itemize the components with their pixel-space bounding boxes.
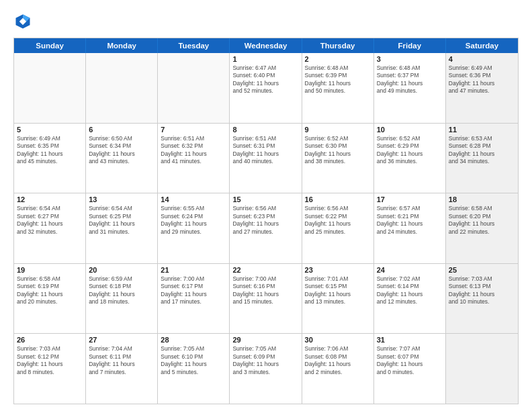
day-info-line: Sunrise: 6:53 AM xyxy=(449,135,515,142)
day-info-line: Daylight: 11 hours xyxy=(89,150,154,158)
calendar-empty-cell xyxy=(86,53,158,123)
day-info-line: Daylight: 11 hours xyxy=(161,220,226,228)
calendar-day-16: 16Sunrise: 6:56 AMSunset: 6:22 PMDayligh… xyxy=(302,193,374,263)
calendar-day-21: 21Sunrise: 7:00 AMSunset: 6:17 PMDayligh… xyxy=(158,264,230,334)
day-info-line: Daylight: 11 hours xyxy=(449,220,515,228)
day-info-line: Sunset: 6:40 PM xyxy=(232,72,298,79)
calendar-week-5: 26Sunrise: 7:03 AMSunset: 6:12 PMDayligh… xyxy=(14,334,518,404)
day-info-line: Sunrise: 6:48 AM xyxy=(377,64,443,72)
day-info-line: and 10 minutes. xyxy=(449,298,515,306)
day-info-line: Sunset: 6:07 PM xyxy=(377,353,443,361)
weekday-header-saturday: Saturday xyxy=(446,38,518,53)
day-info-line: Sunrise: 6:50 AM xyxy=(89,135,154,142)
day-info-line: Sunset: 6:14 PM xyxy=(377,283,443,290)
day-number: 18 xyxy=(449,195,515,203)
day-info-line: Sunset: 6:30 PM xyxy=(305,142,371,150)
calendar-day-11: 11Sunrise: 6:53 AMSunset: 6:28 PMDayligh… xyxy=(446,124,518,193)
calendar-day-1: 1Sunrise: 6:47 AMSunset: 6:40 PMDaylight… xyxy=(230,53,302,123)
calendar-day-3: 3Sunrise: 6:48 AMSunset: 6:37 PMDaylight… xyxy=(374,53,446,123)
day-info-line: Daylight: 11 hours xyxy=(17,361,83,368)
day-info-line: Daylight: 11 hours xyxy=(305,361,371,368)
day-info-line: Daylight: 11 hours xyxy=(17,220,83,228)
day-number: 21 xyxy=(161,266,226,274)
day-info-line: Sunrise: 6:56 AM xyxy=(232,205,298,212)
calendar-day-4: 4Sunrise: 6:49 AMSunset: 6:36 PMDaylight… xyxy=(446,53,518,123)
day-info-line: Sunrise: 6:57 AM xyxy=(377,205,443,212)
day-info-line: Sunrise: 6:47 AM xyxy=(232,64,298,72)
day-info-line: Sunset: 6:19 PM xyxy=(17,283,83,290)
day-info-line: Sunset: 6:31 PM xyxy=(232,142,298,150)
day-info-line: Daylight: 11 hours xyxy=(161,291,226,298)
day-number: 10 xyxy=(377,126,443,134)
day-info-line: and 31 minutes. xyxy=(89,228,154,236)
calendar-day-26: 26Sunrise: 7:03 AMSunset: 6:12 PMDayligh… xyxy=(14,334,86,404)
day-info-line: Sunset: 6:36 PM xyxy=(449,72,515,79)
calendar-day-18: 18Sunrise: 6:58 AMSunset: 6:20 PMDayligh… xyxy=(446,193,518,263)
day-info-line: Daylight: 11 hours xyxy=(161,150,226,158)
day-number: 28 xyxy=(161,336,226,344)
calendar-day-6: 6Sunrise: 6:50 AMSunset: 6:34 PMDaylight… xyxy=(86,124,158,193)
day-info-line: Sunset: 6:11 PM xyxy=(89,353,154,361)
day-info-line: and 25 minutes. xyxy=(305,228,371,236)
day-info-line: Sunrise: 6:51 AM xyxy=(232,135,298,142)
day-info-line: and 15 minutes. xyxy=(232,298,298,306)
day-info-line: and 40 minutes. xyxy=(232,158,298,165)
day-info-line: Sunset: 6:08 PM xyxy=(305,353,371,361)
day-info-line: Daylight: 11 hours xyxy=(377,80,443,87)
day-number: 7 xyxy=(161,126,226,134)
calendar-day-14: 14Sunrise: 6:55 AMSunset: 6:24 PMDayligh… xyxy=(158,193,230,263)
day-info-line: Daylight: 11 hours xyxy=(377,220,443,228)
day-info-line: and 29 minutes. xyxy=(161,228,226,236)
day-info-line: Sunset: 6:20 PM xyxy=(449,213,515,220)
day-info-line: and 8 minutes. xyxy=(17,369,83,376)
day-info-line: Sunrise: 7:03 AM xyxy=(17,345,83,353)
day-info-line: Sunset: 6:28 PM xyxy=(449,142,515,150)
day-info-line: Sunset: 6:32 PM xyxy=(161,142,226,150)
day-info-line: and 20 minutes. xyxy=(17,298,83,306)
day-info-line: and 32 minutes. xyxy=(17,228,83,236)
day-info-line: Sunrise: 6:49 AM xyxy=(449,64,515,72)
day-info-line: Daylight: 11 hours xyxy=(305,220,371,228)
calendar-week-4: 19Sunrise: 6:58 AMSunset: 6:19 PMDayligh… xyxy=(14,264,518,334)
day-info-line: Sunrise: 6:59 AM xyxy=(89,275,154,283)
day-number: 26 xyxy=(17,336,83,344)
day-number: 29 xyxy=(232,336,298,344)
day-info-line: and 22 minutes. xyxy=(449,228,515,236)
day-info-line: Daylight: 11 hours xyxy=(161,361,226,368)
day-info-line: Daylight: 11 hours xyxy=(17,291,83,298)
day-info-line: Daylight: 11 hours xyxy=(305,291,371,298)
day-info-line: Daylight: 11 hours xyxy=(449,291,515,298)
day-info-line: Daylight: 11 hours xyxy=(377,150,443,158)
weekday-header-monday: Monday xyxy=(86,38,158,53)
day-number: 17 xyxy=(377,195,443,203)
day-info-line: Sunset: 6:09 PM xyxy=(232,353,298,361)
day-info-line: Daylight: 11 hours xyxy=(305,80,371,87)
day-info-line: and 47 minutes. xyxy=(449,87,515,95)
day-info-line: and 13 minutes. xyxy=(305,298,371,306)
calendar-day-30: 30Sunrise: 7:06 AMSunset: 6:08 PMDayligh… xyxy=(302,334,374,404)
day-info-line: Sunset: 6:18 PM xyxy=(89,283,154,290)
logo-icon xyxy=(13,12,32,31)
day-info-line: Sunrise: 7:07 AM xyxy=(377,345,443,353)
day-info-line: Sunset: 6:12 PM xyxy=(17,353,83,361)
calendar-empty-cell xyxy=(446,334,518,404)
day-info-line: Sunrise: 6:58 AM xyxy=(449,205,515,212)
day-number: 19 xyxy=(17,266,83,274)
calendar-day-8: 8Sunrise: 6:51 AMSunset: 6:31 PMDaylight… xyxy=(230,124,302,193)
day-info-line: Daylight: 11 hours xyxy=(232,150,298,158)
day-number: 31 xyxy=(377,336,443,344)
day-number: 24 xyxy=(377,266,443,274)
day-number: 2 xyxy=(305,55,371,63)
day-info-line: and 49 minutes. xyxy=(377,87,443,95)
day-number: 23 xyxy=(305,266,371,274)
day-info-line: and 45 minutes. xyxy=(17,158,83,165)
calendar-day-17: 17Sunrise: 6:57 AMSunset: 6:21 PMDayligh… xyxy=(374,193,446,263)
weekday-header-friday: Friday xyxy=(374,38,446,53)
calendar-day-12: 12Sunrise: 6:54 AMSunset: 6:27 PMDayligh… xyxy=(14,193,86,263)
calendar-day-27: 27Sunrise: 7:04 AMSunset: 6:11 PMDayligh… xyxy=(86,334,158,404)
day-number: 15 xyxy=(232,195,298,203)
day-info-line: Sunrise: 7:04 AM xyxy=(89,345,154,353)
day-number: 6 xyxy=(89,126,154,134)
day-info-line: Daylight: 11 hours xyxy=(89,361,154,368)
day-number: 13 xyxy=(89,195,154,203)
